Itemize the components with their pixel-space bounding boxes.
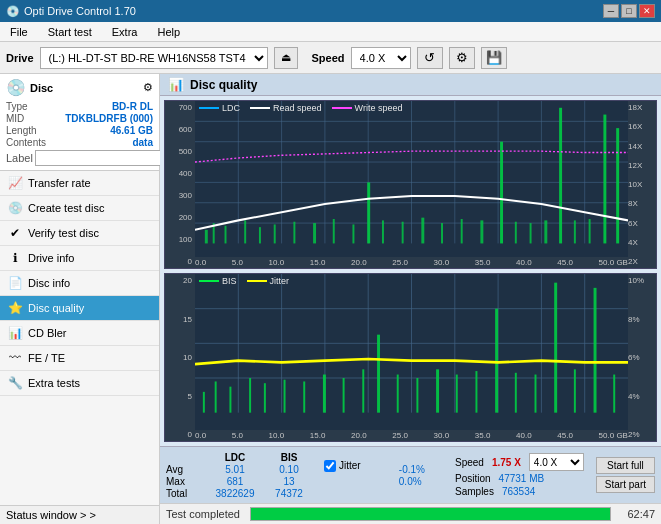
settings-button[interactable]: ⚙ (449, 47, 475, 69)
stats-columns: LDC BIS Avg 5.01 0.10 Max 681 13 Total 3… (166, 452, 314, 499)
svg-rect-74 (554, 283, 557, 413)
sidebar-item-drive-info[interactable]: ℹ Drive info (0, 246, 159, 271)
svg-rect-68 (436, 369, 439, 412)
chart1-y-label-600: 600 (179, 125, 195, 134)
svg-rect-19 (244, 220, 246, 243)
progress-bar-fill (251, 508, 610, 520)
cd-bler-icon: 📊 (8, 326, 22, 340)
chart1-x-10: 10.0 (269, 258, 285, 267)
titlebar-controls: ─ □ ✕ (603, 4, 655, 18)
jitter-legend-label: Jitter (270, 276, 290, 286)
svg-rect-21 (274, 224, 276, 243)
menu-help[interactable]: Help (151, 24, 186, 40)
svg-rect-71 (495, 309, 498, 413)
stats-bar: LDC BIS Avg 5.01 0.10 Max 681 13 Total 3… (160, 446, 661, 503)
chart1-yr-6x: 6X (628, 219, 641, 228)
chart1-y-label-200: 200 (179, 213, 195, 222)
sidebar-item-verify-test-disc[interactable]: ✔ Verify test disc (0, 221, 159, 246)
samples-row: Samples 763534 (455, 486, 584, 497)
svg-rect-60 (284, 380, 286, 413)
main-area: 💿 Disc ⚙ Type BD-R DL MID TDKBLDRFB (000… (0, 74, 661, 524)
chart1-yr-4x: 4X (628, 238, 641, 247)
sidebar-item-cd-bler[interactable]: 📊 CD Bler (0, 321, 159, 346)
chart2-y-label-10: 10 (183, 353, 195, 362)
sidebar-item-disc-quality[interactable]: ⭐ Disc quality (0, 296, 159, 321)
start-full-button[interactable]: Start full (596, 457, 655, 474)
time-display: 62:47 (615, 508, 655, 520)
chart2-x-0: 0.0 (195, 431, 206, 440)
transfer-rate-icon: 📈 (8, 176, 22, 190)
disc-settings-icon[interactable]: ⚙ (143, 81, 153, 94)
svg-rect-36 (544, 220, 547, 243)
stats-empty (166, 452, 206, 463)
chart1-container: 700 600 500 400 300 200 100 0 LDC (164, 100, 657, 269)
quality-icon: 📊 (168, 77, 184, 92)
svg-rect-23 (313, 223, 316, 243)
svg-rect-18 (225, 226, 227, 244)
stats-right-section: Speed 1.75 X 4.0 X Position 47731 MB Sam… (455, 453, 584, 497)
speed-select[interactable]: 4.0 X (351, 47, 411, 69)
start-part-button[interactable]: Start part (596, 476, 655, 493)
save-button[interactable]: 💾 (481, 47, 507, 69)
chart2-main[interactable]: BIS Jitter (195, 274, 628, 430)
chart2-y-label-5: 5 (188, 392, 195, 401)
svg-rect-41 (616, 128, 619, 243)
minimize-button[interactable]: ─ (603, 4, 619, 18)
svg-rect-28 (402, 222, 404, 244)
jitter-checkbox-row: Jitter (324, 460, 361, 472)
disc-label-input[interactable] (35, 150, 168, 166)
disc-mid-row: MID TDKBLDRFB (000) (6, 113, 153, 124)
sidebar-item-extra-tests[interactable]: 🔧 Extra tests (0, 371, 159, 396)
svg-rect-30 (441, 223, 443, 243)
disc-panel-header: 💿 Disc ⚙ (6, 78, 153, 97)
menu-file[interactable]: File (4, 24, 34, 40)
sidebar-item-disc-info[interactable]: 📄 Disc info (0, 271, 159, 296)
sidebar-item-transfer-rate[interactable]: 📈 Transfer rate (0, 171, 159, 196)
svg-rect-73 (535, 375, 537, 413)
speed-info-select[interactable]: 4.0 X (529, 453, 584, 471)
sidebar-item-label-transfer-rate: Transfer rate (28, 177, 91, 189)
chart1-main[interactable]: LDC Read speed Write speed (195, 101, 628, 257)
ldc-legend-dot (199, 107, 219, 109)
chart1-yr-2x: 2X (628, 257, 641, 266)
stats-total-bis: 74372 (264, 488, 314, 499)
svg-rect-29 (421, 218, 424, 244)
jitter-checkbox[interactable] (324, 460, 336, 472)
chart1-x-30: 30.0 (434, 258, 450, 267)
refresh-button[interactable]: ↺ (417, 47, 443, 69)
status-window-button[interactable]: Status window > > (0, 505, 159, 524)
bis-legend-dot (199, 280, 219, 282)
chart2-y-axis-right: 10% 8% 6% 4% 2% (628, 274, 656, 441)
status-window-label: Status window > > (6, 509, 96, 521)
menu-start-test[interactable]: Start test (42, 24, 98, 40)
jitter-legend-dot (247, 280, 267, 282)
chart1-yr-16x: 16X (628, 122, 645, 131)
chart2-x-35: 35.0 (475, 431, 491, 440)
verify-test-disc-icon: ✔ (8, 226, 22, 240)
eject-button[interactable]: ⏏ (274, 47, 298, 69)
svg-rect-66 (397, 375, 399, 413)
menu-extra[interactable]: Extra (106, 24, 144, 40)
stats-max-label: Max (166, 476, 206, 487)
sidebar-item-label-fe-te: FE / TE (28, 352, 65, 364)
ldc-legend-label: LDC (222, 103, 240, 113)
close-button[interactable]: ✕ (639, 4, 655, 18)
chart1-y-label-0: 0 (188, 257, 195, 266)
drive-info-icon: ℹ (8, 251, 22, 265)
stats-avg-bis: 0.10 (264, 464, 314, 475)
disc-contents-value: data (132, 137, 153, 148)
svg-rect-59 (264, 383, 266, 412)
chart1-yr-14x: 14X (628, 142, 645, 151)
svg-rect-72 (515, 373, 517, 413)
sidebar-item-fe-te[interactable]: 〰 FE / TE (0, 346, 159, 371)
position-value: 47731 MB (499, 473, 545, 484)
fe-te-icon: 〰 (8, 351, 22, 365)
sidebar-item-create-test-disc[interactable]: 💿 Create test disc (0, 196, 159, 221)
drive-select[interactable]: (L:) HL-DT-ST BD-RE WH16NS58 TST4 (40, 47, 268, 69)
chart2-container: 20 15 10 5 0 BIS (164, 273, 657, 442)
stats-bis-header: BIS (264, 452, 314, 463)
maximize-button[interactable]: □ (621, 4, 637, 18)
disc-panel: 💿 Disc ⚙ Type BD-R DL MID TDKBLDRFB (000… (0, 74, 159, 171)
sidebar-bottom: Status window > > (0, 505, 159, 524)
svg-rect-67 (416, 378, 418, 413)
